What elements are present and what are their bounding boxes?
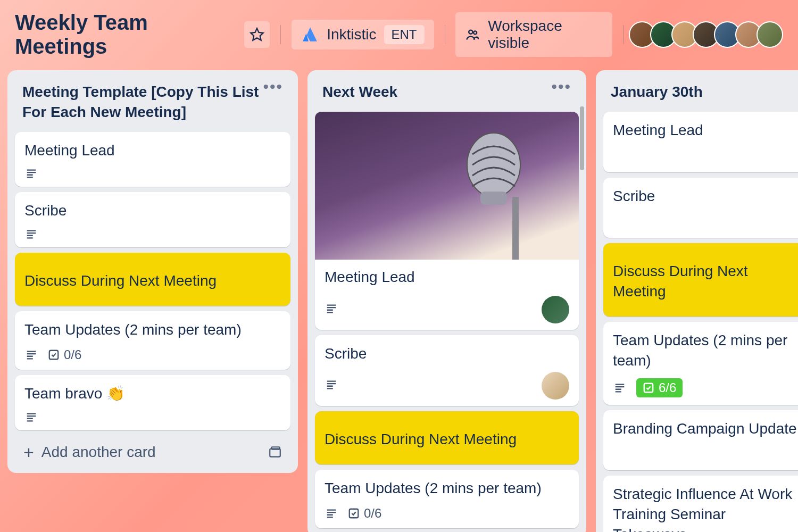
microphone-icon (451, 128, 547, 260)
list-menu-button[interactable]: ••• (263, 82, 283, 92)
card[interactable]: Team Updates (2 mins per team) 0/6 (315, 470, 579, 528)
card-title: Team Updates (2 mins per team) (24, 320, 281, 340)
description-icon (325, 379, 338, 390)
add-card-row: + Add another card (15, 436, 290, 464)
card-cover (315, 112, 579, 260)
checklist-count: 0/6 (64, 347, 81, 362)
svg-rect-8 (480, 192, 507, 205)
add-card-label: Add another card (41, 444, 156, 461)
board-lists: Meeting Template [Copy This List For Eac… (0, 70, 798, 532)
card-title: Scribe (613, 186, 798, 206)
card-title: Branding Campaign Update (613, 419, 798, 439)
visibility-label: Workspace visible (488, 18, 603, 52)
people-icon (465, 27, 480, 43)
svg-rect-4 (270, 448, 280, 456)
card[interactable]: Meeting Lead (315, 112, 579, 330)
divider (445, 25, 445, 44)
card-title: Scribe (24, 201, 281, 221)
checklist-icon (348, 508, 360, 519)
plus-icon: + (23, 443, 34, 461)
svg-point-2 (474, 31, 477, 34)
member-avatars[interactable] (634, 21, 783, 48)
visibility-pill[interactable]: Workspace visible (455, 12, 612, 57)
card-title: Discuss During Next Meeting (613, 261, 798, 302)
workspace-pill[interactable]: Inktistic ENT (292, 20, 434, 49)
card[interactable]: Strategic Influence At Work Training Sem… (603, 476, 798, 532)
list-title[interactable]: Next Week (322, 82, 397, 102)
card[interactable]: Scribe (15, 192, 290, 247)
checklist-count: 0/6 (364, 506, 381, 521)
star-button[interactable] (244, 21, 270, 48)
card[interactable]: Discuss During Next Meeting (603, 243, 798, 317)
svg-marker-0 (251, 28, 263, 40)
card-title: Meeting Lead (613, 120, 798, 140)
card[interactable]: Discuss During Next Meeting (15, 253, 290, 306)
checklist-icon (48, 349, 60, 361)
card[interactable]: Scribe (603, 178, 798, 238)
checklist-icon (643, 382, 654, 394)
svg-point-1 (469, 30, 473, 34)
description-icon (24, 411, 38, 423)
checklist-badge: 6/6 (636, 378, 683, 397)
list-january-30: January 30th Meeting Lead Scribe Discuss… (596, 70, 798, 532)
card-title: Strategic Influence At Work Training Sem… (613, 484, 798, 532)
card[interactable]: Branding Campaign Update (603, 410, 798, 471)
card[interactable]: Meeting Lead (15, 132, 290, 187)
list-header: January 30th (603, 79, 798, 106)
svg-rect-5 (272, 447, 280, 449)
card-member-avatar[interactable] (542, 372, 569, 400)
list-meeting-template: Meeting Template [Copy This List For Eac… (7, 70, 298, 473)
card-title: Meeting Lead (24, 140, 281, 161)
card-title: Team bravo 👏 (24, 384, 281, 404)
card[interactable]: Meeting Lead (603, 112, 798, 172)
description-icon (24, 168, 38, 179)
card[interactable]: Discuss During Next Meeting (315, 411, 579, 464)
card-title: Team Updates (2 mins per team) (325, 478, 569, 498)
scrollbar[interactable] (580, 106, 584, 170)
workspace-name: Inktistic (327, 26, 376, 43)
star-icon (250, 27, 264, 42)
list-header: Next Week ••• (315, 79, 579, 106)
checklist-badge: 0/6 (48, 347, 81, 362)
workspace-badge: ENT (384, 25, 425, 44)
description-icon (613, 382, 627, 394)
list-header: Meeting Template [Copy This List For Eac… (15, 79, 290, 127)
card-title: Scribe (325, 344, 569, 364)
description-icon (24, 349, 38, 361)
card[interactable]: Team Updates (2 mins per team) 6/6 (603, 322, 798, 405)
board-header: Weekly Team Meetings Inktistic ENT Works… (0, 0, 798, 70)
divider (623, 25, 624, 44)
board-title[interactable]: Weekly Team Meetings (15, 11, 237, 59)
add-card-button[interactable]: + Add another card (23, 443, 156, 461)
description-icon (325, 508, 338, 519)
description-icon (325, 303, 338, 314)
checklist-badge: 0/6 (348, 506, 381, 521)
list-title[interactable]: Meeting Template [Copy This List For Eac… (22, 82, 263, 122)
checklist-count: 6/6 (659, 380, 676, 395)
card-title: Team Updates (2 mins per team) (613, 330, 798, 371)
card[interactable]: Team Updates (2 mins per team) 0/6 (15, 311, 290, 370)
card-template-icon[interactable] (268, 445, 282, 459)
card-title: Discuss During Next Meeting (325, 429, 569, 450)
list-next-week: Next Week ••• Meeting Lead Scribe (307, 70, 586, 532)
avatar[interactable] (757, 21, 783, 48)
atlassian-logo-icon (301, 26, 319, 44)
list-menu-button[interactable]: ••• (551, 82, 571, 92)
card-member-avatar[interactable] (542, 296, 569, 323)
svg-rect-6 (512, 197, 519, 260)
divider (280, 25, 281, 44)
description-icon (24, 228, 38, 240)
card[interactable]: Scribe (315, 335, 579, 406)
card-title: Meeting Lead (325, 267, 569, 287)
card[interactable]: Team bravo 👏 (15, 375, 290, 430)
svg-point-7 (467, 133, 520, 197)
card-title: Discuss During Next Meeting (24, 271, 281, 291)
list-title[interactable]: January 30th (611, 82, 703, 102)
